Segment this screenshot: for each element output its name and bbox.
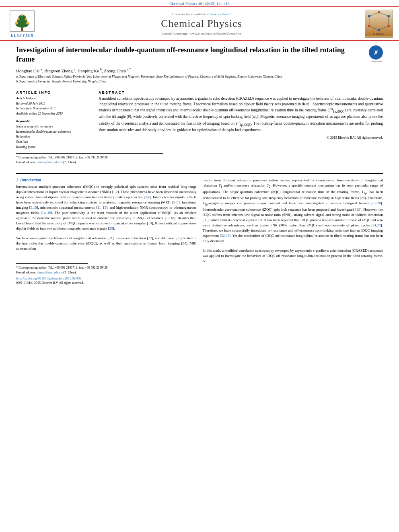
author-cai: Honghao Cai	[16, 68, 39, 73]
ref-11-13[interactable]: 11–13	[97, 205, 106, 210]
elsevier-label: ELSEVIER	[11, 33, 34, 37]
intro-section-title: 1. Introduction	[16, 178, 197, 182]
keywords-label: Keywords:	[16, 119, 93, 124]
affiliation-a: a Department of Electronic Science, Fuji…	[16, 74, 383, 79]
ref-20[interactable]: 20	[109, 226, 113, 230]
svg-point-20	[368, 25, 370, 27]
ref-24[interactable]: 24	[183, 241, 186, 245]
article-history: Article history: Received 20 July 2015 I…	[16, 96, 93, 117]
left-column: 1. Introduction Intermolecular multiple-…	[16, 178, 197, 285]
abstract-label: ABSTRACT	[99, 90, 383, 94]
ref-19[interactable]: 19	[148, 221, 152, 225]
footnote-email: E-mail address: chenz@xmu.edu.cn (Z. Che…	[16, 160, 383, 165]
keyword-1: Nuclear magnetic resonance	[16, 124, 93, 129]
svg-point-6	[17, 18, 20, 21]
journal-citation: Chemical Physics 461 (2015) 111–116	[169, 2, 230, 6]
svg-point-17	[378, 11, 380, 14]
author-chen: Zhong Chen	[104, 68, 126, 73]
sciencedirect-link[interactable]: ScienceDirect	[210, 12, 230, 16]
svg-point-18	[368, 15, 370, 18]
crossmark-badge[interactable]: ✗ CrossMark	[369, 45, 383, 63]
ref-1-2[interactable]: 1,2	[113, 190, 117, 194]
ref-26-28[interactable]: 26–28	[372, 201, 381, 205]
author-ke-sup: b	[100, 68, 102, 71]
history-label: Article history:	[16, 96, 93, 101]
keyword-4: Spin lock	[16, 140, 93, 145]
keyword-2: Intermolecular double-quantum coherence	[16, 129, 93, 135]
journal-homepage: journal homepage: www.elsevier.com/locat…	[162, 31, 242, 35]
ref-3-4[interactable]: 3,4	[145, 195, 150, 199]
article-title: Investigation of intermolecular double-q…	[16, 45, 383, 64]
author-zheng-sup: a	[74, 68, 76, 71]
crossmark-icon: ✗	[369, 45, 383, 60]
svg-point-4	[15, 21, 18, 24]
right-column: results from different relaxation proces…	[203, 178, 383, 285]
ref-17-18[interactable]: 17,18	[166, 216, 174, 220]
journal-header: ELSEVIER Contents lists available at Sci…	[0, 6, 399, 41]
received-date: Received 20 July 2015	[16, 101, 93, 107]
ref-31-23[interactable]: 31,23	[373, 223, 381, 227]
author-cai-sup: a	[41, 68, 42, 71]
article-container: ✗ CrossMark Investigation of intermolecu…	[0, 41, 399, 169]
elsevier-tree-icon	[8, 10, 36, 32]
svg-point-21	[387, 25, 390, 27]
ref-21[interactable]: 21	[109, 236, 112, 240]
chemical-physics-logo-image: CHEMICAL	[365, 10, 393, 38]
elsevier-logo: ELSEVIER	[8, 10, 36, 37]
affiliations: a Department of Electronic Science, Fuji…	[16, 74, 383, 83]
keyword-5: Rotating frame	[16, 145, 93, 150]
right-paragraph-1: results from different relaxation proces…	[203, 178, 383, 244]
ref-14-16[interactable]: 14–16	[42, 211, 51, 215]
svg-point-19	[387, 15, 390, 18]
final-form-date: In final form 9 September 2015	[16, 106, 93, 111]
ref-32-33[interactable]: 32,33	[221, 234, 229, 238]
svg-point-7	[25, 18, 27, 21]
footnote-star-left: * Corresponding author. Tel.: +86 592 21…	[16, 265, 197, 270]
abstract-text: A modified correlation spectroscopy reva…	[99, 96, 383, 133]
right-paragraph-2: In this work, a modified correlation spe…	[203, 248, 383, 264]
ref-23[interactable]: 23	[177, 236, 180, 240]
article-info-label: ARTICLE INFO	[16, 90, 93, 94]
svg-point-8	[21, 14, 23, 16]
svg-text:CHEMICAL: CHEMICAL	[373, 33, 385, 35]
footnote-email-left: E-mail address: chenz@xmu.edu.cn (Z. Che…	[16, 270, 197, 275]
copyright-footer: 0301-0104/© 2015 Elsevier B.V. All right…	[16, 281, 197, 285]
journal-top-bar: Chemical Physics 461 (2015) 111–116	[0, 0, 399, 6]
intro-paragraph-1: Intermolecular multiple-quantum coherenc…	[16, 184, 197, 231]
ref-5-8[interactable]: 5–8	[173, 200, 179, 204]
doi-link[interactable]: http://dx.doi.org/10.1016/j.chemphys.201…	[16, 277, 197, 280]
main-content-divider	[16, 173, 383, 174]
email-link-left[interactable]: chenz@xmu.edu.cn	[37, 271, 62, 274]
svg-point-5	[26, 21, 29, 24]
authors-line: Honghao Cai a, Bingwen Zheng a, Hanping …	[16, 68, 383, 73]
journal-center: Contents lists available at ScienceDirec…	[44, 10, 359, 38]
two-column-section: ARTICLE INFO Article history: Received 2…	[16, 90, 383, 150]
ref-9-10[interactable]: 9,10	[31, 205, 37, 210]
footnote-star: * Corresponding author. Tel.: +86 592 21…	[16, 155, 383, 160]
author-zheng: Bingwen Zheng	[44, 68, 73, 73]
article-divider	[16, 87, 383, 87]
intro-paragraph-2: We have investigated the behaviors of lo…	[16, 236, 197, 251]
abstract-copyright: © 2015 Elsevier B.V. All rights reserved…	[99, 136, 383, 140]
journal-title: Chemical Physics	[161, 18, 242, 30]
crossmark-label: CrossMark	[369, 60, 383, 63]
svg-point-22	[378, 29, 380, 31]
ref-22[interactable]: 22	[148, 236, 152, 240]
affiliation-b: b Department of Computer, Ningde Normal …	[16, 79, 383, 84]
journal-logo-right: CHEMICAL	[363, 10, 395, 38]
journal-logo-left: ELSEVIER	[4, 10, 40, 38]
ref-25[interactable]: 25	[361, 196, 365, 200]
available-date: Available online 25 September 2015	[16, 111, 93, 117]
ref-29[interactable]: 29	[357, 207, 360, 212]
author-chen-sup: a,*	[127, 68, 131, 71]
footnote-divider	[16, 153, 163, 154]
abstract-column: ABSTRACT A modified correlation spectros…	[99, 90, 383, 150]
main-columns: 1. Introduction Intermolecular multiple-…	[0, 178, 399, 285]
svg-rect-10	[365, 10, 393, 36]
article-info-column: ARTICLE INFO Article history: Received 2…	[16, 90, 93, 150]
author-ke: Hanping Ke	[78, 68, 99, 73]
keyword-3: Relaxation	[16, 134, 93, 140]
email-link[interactable]: chenz@xmu.edu.cn	[37, 160, 62, 164]
left-footnote-divider	[16, 263, 88, 264]
ref-30[interactable]: 30	[204, 218, 208, 222]
